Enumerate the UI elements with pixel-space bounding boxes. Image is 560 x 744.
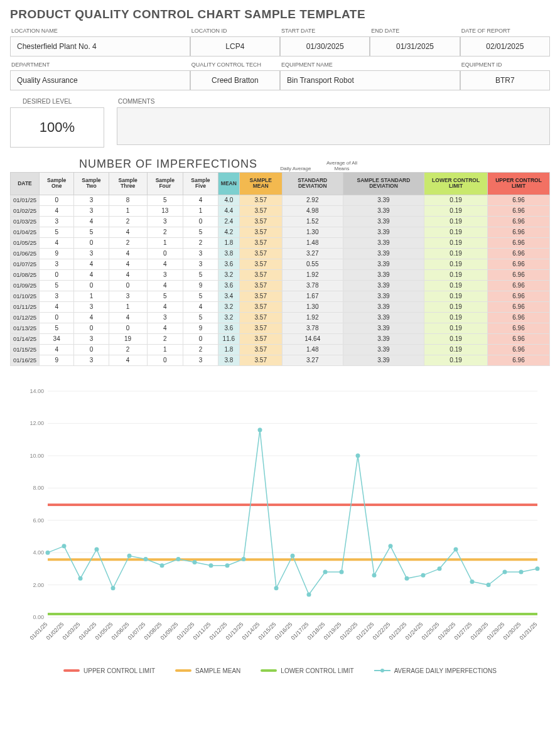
cell[interactable]: 3.8 — [218, 248, 239, 259]
location-id-field[interactable]: LCP4 — [190, 36, 280, 57]
cell[interactable]: 3.39 — [343, 227, 424, 237]
cell[interactable]: 01/10/25 — [11, 291, 40, 301]
cell[interactable]: 0.19 — [424, 344, 488, 355]
cell[interactable]: 3.57 — [239, 205, 282, 216]
cell[interactable]: 5 — [39, 323, 73, 333]
cell[interactable]: 9 — [39, 248, 73, 259]
cell[interactable]: 4 — [147, 259, 183, 269]
cell[interactable]: 3.39 — [343, 333, 424, 344]
cell[interactable]: 1.52 — [282, 216, 343, 227]
cell[interactable]: 3 — [183, 259, 218, 269]
cell[interactable]: 0 — [74, 237, 109, 248]
cell[interactable]: 3.39 — [343, 205, 424, 216]
cell[interactable]: 0 — [74, 323, 109, 333]
equipment-id-field[interactable]: BTR7 — [460, 70, 550, 90]
cell[interactable]: 4 — [147, 323, 183, 333]
cell[interactable]: 3 — [39, 291, 73, 301]
cell[interactable]: 4 — [39, 205, 73, 216]
cell[interactable]: 0.19 — [424, 259, 488, 269]
cell[interactable]: 3 — [74, 355, 109, 365]
cell[interactable]: 4 — [109, 248, 147, 259]
cell[interactable]: 6.96 — [488, 205, 550, 216]
cell[interactable]: 3.39 — [343, 195, 424, 205]
qc-tech-field[interactable]: Creed Bratton — [190, 70, 280, 90]
cell[interactable]: 3.4 — [218, 291, 239, 301]
cell[interactable]: 3 — [74, 333, 109, 344]
cell[interactable]: 4 — [109, 355, 147, 365]
cell[interactable]: 0.19 — [424, 323, 488, 333]
cell[interactable]: 0.19 — [424, 195, 488, 205]
cell[interactable]: 01/14/25 — [11, 333, 40, 344]
department-field[interactable]: Quality Assurance — [10, 70, 190, 90]
cell[interactable]: 6.96 — [488, 259, 550, 269]
desired-level-value[interactable]: 100% — [10, 107, 104, 148]
cell[interactable]: 8 — [109, 195, 147, 205]
cell[interactable]: 0.19 — [424, 291, 488, 301]
cell[interactable]: 1 — [74, 291, 109, 301]
cell[interactable]: 0.55 — [282, 259, 343, 269]
cell[interactable]: 3.57 — [239, 227, 282, 237]
cell[interactable]: 9 — [183, 280, 218, 291]
cell[interactable]: 3.78 — [282, 280, 343, 291]
cell[interactable]: 3 — [39, 259, 73, 269]
cell[interactable]: 3.39 — [343, 216, 424, 227]
cell[interactable]: 0 — [39, 195, 73, 205]
cell[interactable]: 0.19 — [424, 355, 488, 365]
cell[interactable]: 4.4 — [218, 205, 239, 216]
cell[interactable]: 5 — [39, 227, 73, 237]
cell[interactable]: 3.39 — [343, 269, 424, 280]
cell[interactable]: 0 — [147, 248, 183, 259]
cell[interactable]: 01/02/25 — [11, 205, 40, 216]
cell[interactable]: 4 — [109, 269, 147, 280]
cell[interactable]: 0.19 — [424, 227, 488, 237]
cell[interactable]: 1 — [147, 237, 183, 248]
cell[interactable]: 3.39 — [343, 323, 424, 333]
cell[interactable]: 6.96 — [488, 344, 550, 355]
cell[interactable]: 0.19 — [424, 312, 488, 323]
cell[interactable]: 1.92 — [282, 269, 343, 280]
cell[interactable]: 1 — [109, 301, 147, 312]
cell[interactable]: 3.57 — [239, 195, 282, 205]
cell[interactable]: 3.8 — [218, 355, 239, 365]
start-date-field[interactable]: 01/30/2025 — [280, 36, 370, 57]
cell[interactable]: 4 — [183, 301, 218, 312]
comments-field[interactable] — [117, 107, 550, 145]
cell[interactable]: 11.6 — [218, 333, 239, 344]
cell[interactable]: 0.19 — [424, 333, 488, 344]
cell[interactable]: 4 — [109, 312, 147, 323]
cell[interactable]: 01/07/25 — [11, 259, 40, 269]
report-date-field[interactable]: 02/01/2025 — [460, 36, 550, 57]
cell[interactable]: 3.57 — [239, 269, 282, 280]
cell[interactable]: 3.6 — [218, 323, 239, 333]
cell[interactable]: 1.48 — [282, 344, 343, 355]
cell[interactable]: 01/01/25 — [11, 195, 40, 205]
cell[interactable]: 0.19 — [424, 205, 488, 216]
cell[interactable]: 6.96 — [488, 323, 550, 333]
cell[interactable]: 5 — [183, 312, 218, 323]
cell[interactable]: 3.57 — [239, 280, 282, 291]
cell[interactable]: 2 — [183, 237, 218, 248]
cell[interactable]: 4 — [147, 301, 183, 312]
cell[interactable]: 2 — [109, 216, 147, 227]
cell[interactable]: 2 — [147, 227, 183, 237]
cell[interactable]: 9 — [39, 355, 73, 365]
cell[interactable]: 0.19 — [424, 216, 488, 227]
cell[interactable]: 13 — [147, 205, 183, 216]
cell[interactable]: 01/05/25 — [11, 237, 40, 248]
cell[interactable]: 4 — [183, 195, 218, 205]
cell[interactable]: 2 — [183, 344, 218, 355]
cell[interactable]: 6.96 — [488, 216, 550, 227]
cell[interactable]: 6.96 — [488, 227, 550, 237]
cell[interactable]: 1 — [183, 205, 218, 216]
cell[interactable]: 1.8 — [218, 237, 239, 248]
cell[interactable]: 3 — [147, 312, 183, 323]
cell[interactable]: 1.30 — [282, 301, 343, 312]
cell[interactable]: 5 — [183, 227, 218, 237]
equipment-name-field[interactable]: Bin Transport Robot — [280, 70, 460, 90]
cell[interactable]: 6.96 — [488, 301, 550, 312]
cell[interactable]: 1.30 — [282, 227, 343, 237]
cell[interactable]: 3.57 — [239, 301, 282, 312]
cell[interactable]: 4 — [74, 269, 109, 280]
cell[interactable]: 3.57 — [239, 259, 282, 269]
cell[interactable]: 5 — [74, 227, 109, 237]
